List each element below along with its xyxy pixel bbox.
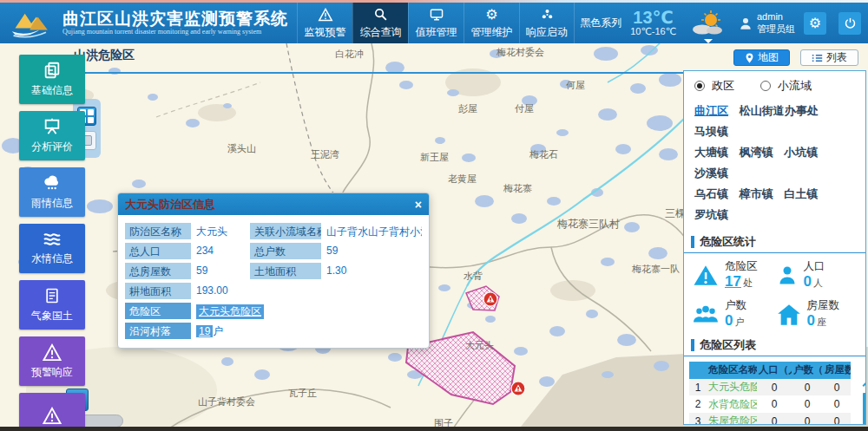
nav-label: 响应启动 — [526, 25, 568, 40]
gear-icon: ⚙ — [809, 15, 821, 31]
village-unit: 户 — [213, 325, 223, 337]
zone-name-link[interactable]: 朱屋危险区 — [707, 413, 757, 425]
prevention-zone-dialog: 大元头防治区信息 × 防治区名称 大元头 关联小流域名称 山子背水山子背村小流域… — [117, 193, 430, 349]
warning-marker[interactable] — [511, 382, 525, 395]
rain-cloud-icon — [42, 173, 62, 193]
region-link[interactable]: 白土镇 — [784, 187, 818, 200]
radio-small-basin-label[interactable]: 小流域 — [778, 78, 812, 94]
nav-label: 管理维护 — [471, 25, 513, 40]
radio-district-label[interactable]: 政区 — [712, 78, 734, 94]
sidebar-item-analysis[interactable]: 分析评价 — [19, 111, 85, 160]
region-link[interactable]: 樟市镇 — [740, 187, 773, 200]
home-icon — [777, 304, 801, 326]
nav-monitor-warning[interactable]: 监视预警 — [297, 3, 352, 43]
col-header-name: 危险区名称 — [707, 362, 757, 379]
sidebar-item-warning-response[interactable]: 预警响应 — [19, 336, 85, 386]
map-view-button[interactable]: 地图 — [733, 49, 790, 66]
weather-widget[interactable] — [685, 9, 730, 38]
logout-button[interactable] — [838, 12, 861, 35]
sun-cloud-icon — [685, 9, 730, 38]
region-link[interactable]: 松山街道办事处 — [740, 104, 819, 117]
theme-selector[interactable]: 黑色系列 — [580, 16, 621, 30]
sidebar-item-label: 分析评价 — [31, 140, 73, 154]
nav-label: 值班管理 — [416, 25, 457, 40]
user-name: admin — [757, 11, 795, 23]
settings-button[interactable]: ⚙ — [804, 12, 826, 35]
app-title: 曲江区山洪灾害监测预警系统 — [62, 10, 288, 29]
danger-zone-table: 危险区名称 人口（人） 户数（户） 房屋数（座） 1大元头危险区 000 2水背… — [689, 362, 851, 425]
svg-text:梅花石: 梅花石 — [529, 149, 558, 160]
table-row[interactable]: 3朱屋危险区 000 — [689, 413, 851, 425]
power-icon — [844, 16, 857, 29]
warning-triangle-icon — [693, 264, 719, 287]
table-row[interactable]: 1大元头危险区 000 — [689, 379, 851, 396]
table-row[interactable]: 2水背危险区 000 — [689, 395, 851, 413]
sidebar-item-water-info[interactable]: 水情信息 — [19, 224, 85, 273]
region-link[interactable]: 罗坑镇 — [694, 208, 728, 221]
region-link[interactable]: 枫湾镇 — [740, 146, 773, 159]
riverside-villages-link[interactable]: 19 — [196, 325, 213, 337]
sidebar-item-basic-info[interactable]: 基础信息 — [19, 55, 85, 104]
table-scrollbar[interactable] — [861, 381, 866, 425]
close-icon[interactable]: × — [415, 199, 422, 211]
nav-admin-maintenance[interactable]: ⚙ 管理维护 — [464, 3, 519, 43]
radio-small-basin[interactable] — [760, 81, 771, 91]
danger-zone-link[interactable]: 大元头危险区 — [196, 304, 264, 319]
zone-name-link[interactable]: 水背危险区 — [707, 395, 757, 413]
main-nav: 监视预警 综合查询 值班管理 ⚙ 管理维护 — [297, 3, 575, 43]
svg-text:王泥湾: 王泥湾 — [311, 149, 339, 160]
scroll-up-icon[interactable] — [863, 381, 866, 389]
user-group: 管理员组 — [757, 23, 795, 36]
section-bar — [691, 339, 694, 351]
region-link[interactable]: 小坑镇 — [784, 146, 818, 159]
sidebar-item-label: 基础信息 — [31, 83, 73, 98]
stat-label: 危险区 — [725, 260, 758, 273]
warning-marker[interactable] — [483, 292, 497, 306]
sidebar-item-rain-info[interactable]: 雨情信息 — [19, 167, 85, 217]
map-pin-icon — [745, 52, 754, 64]
region-link[interactable]: 沙溪镇 — [694, 167, 728, 180]
field-label: 总人口 — [125, 243, 191, 259]
sidebar-item-extra[interactable] — [19, 393, 85, 431]
field-label: 耕地面积 — [125, 283, 191, 299]
nav-comprehensive-query[interactable]: 综合查询 — [352, 3, 408, 43]
scroll-thumb[interactable] — [863, 393, 866, 425]
region-link[interactable]: 马坝镇 — [694, 125, 728, 138]
field-value: 大元头 — [194, 223, 247, 239]
field-label: 总户数 — [250, 243, 321, 259]
stat-value: 0 — [807, 312, 815, 329]
nav-label: 监视预警 — [305, 25, 346, 40]
list-view-label: 列表 — [826, 50, 847, 65]
region-link-active[interactable]: 曲江区 — [694, 104, 728, 117]
nav-duty-management[interactable]: 值班管理 — [408, 3, 464, 43]
dialog-header[interactable]: 大元头防治区信息 × — [118, 193, 429, 215]
field-label-riverside-villages: 沿河村落 — [125, 323, 191, 339]
user-box[interactable]: admin 管理员组 — [739, 11, 795, 36]
svg-text:何屋: 何屋 — [566, 80, 585, 90]
list-section-title: 危险区列表 — [700, 337, 756, 353]
list-view-button[interactable]: 列表 — [800, 49, 858, 66]
stat-label: 户数 — [725, 299, 746, 312]
danger-zone-table-wrap: 危险区名称 人口（人） 户数（户） 房屋数（座） 1大元头危险区 000 2水背… — [689, 362, 860, 425]
field-value: 234 — [194, 243, 247, 259]
sidebar-item-meteo-land[interactable]: 气象国土 — [19, 280, 85, 330]
region-link[interactable]: 大塘镇 — [694, 146, 728, 159]
nav-response-launch[interactable]: 响应启动 — [519, 3, 575, 43]
radio-district[interactable] — [694, 81, 705, 91]
easel-icon — [43, 117, 62, 136]
temperature-block: 13℃ 10℃-16℃ — [630, 9, 676, 37]
field-label-danger-zone: 危险区 — [125, 303, 191, 319]
view-switch: 地图 列表 — [733, 49, 858, 66]
region-link[interactable]: 乌石镇 — [694, 187, 728, 200]
stat-unit: 处 — [743, 278, 753, 288]
svg-text:梅花寨: 梅花寨 — [503, 183, 532, 193]
zone-name-link[interactable]: 大元头危险区 — [707, 379, 757, 396]
sidebar-item-label: 雨情信息 — [31, 196, 73, 211]
monitor-icon — [429, 7, 444, 23]
warning-triangle-icon — [42, 343, 62, 362]
field-label: 土地面积 — [250, 263, 321, 279]
warning-triangle-icon — [318, 7, 333, 23]
sidebar-item-label: 水情信息 — [31, 251, 73, 266]
stat-value-link[interactable]: 17 — [725, 273, 741, 290]
field-label: 总房屋数 — [125, 263, 191, 279]
